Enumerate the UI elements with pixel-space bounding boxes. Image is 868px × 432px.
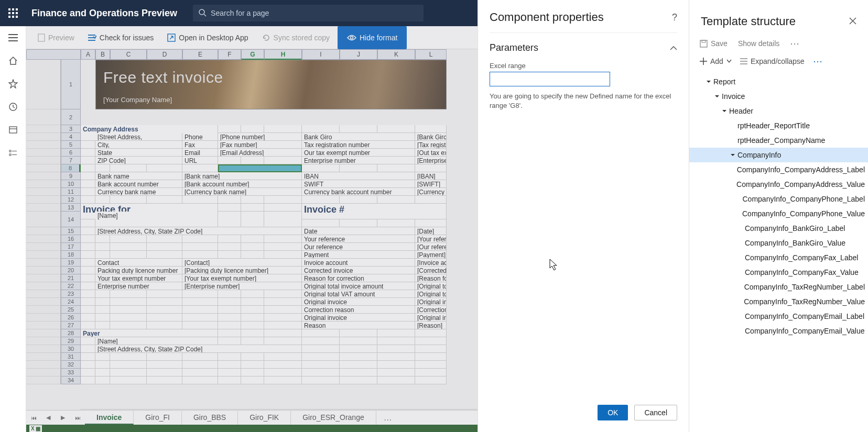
cell[interactable] [81, 251, 95, 259]
row-header[interactable]: 6 [61, 149, 81, 157]
cell[interactable] [182, 243, 218, 251]
cell[interactable] [110, 353, 147, 361]
cell[interactable]: Email [182, 149, 218, 157]
row-header[interactable]: 13 [61, 204, 81, 212]
cell[interactable]: Reason [302, 322, 415, 329]
cell[interactable] [415, 353, 447, 361]
cell[interactable]: [Your reference] [415, 235, 447, 243]
cell[interactable] [241, 196, 264, 204]
cell[interactable] [110, 235, 147, 243]
tab-nav-first[interactable]: ⏮ [26, 415, 41, 421]
cell[interactable] [81, 149, 95, 157]
cell[interactable]: [Currency bank name] [182, 188, 302, 196]
tree-node[interactable]: CompanyInfo_CompanyAddress_Label [689, 162, 868, 177]
app-launcher-button[interactable] [0, 0, 26, 26]
column-header[interactable]: A [81, 49, 95, 60]
cell[interactable] [81, 345, 95, 353]
cell[interactable] [182, 298, 218, 306]
tab-nav-prev[interactable]: ◀ [41, 414, 56, 421]
tree-more-1[interactable]: ⋯ [790, 38, 800, 49]
cell[interactable] [264, 361, 302, 369]
cell[interactable] [81, 306, 95, 314]
cell[interactable] [340, 376, 377, 384]
cell[interactable] [147, 322, 182, 329]
cell[interactable] [415, 164, 447, 172]
cell[interactable] [241, 306, 264, 314]
cell[interactable]: IBAN [302, 172, 415, 180]
cell[interactable] [81, 314, 95, 322]
cell[interactable] [241, 125, 264, 133]
row-header[interactable]: 10 [61, 180, 81, 188]
cell[interactable]: Invoice account [302, 259, 415, 267]
cell[interactable] [264, 204, 302, 212]
cell[interactable] [110, 251, 147, 259]
caret-icon[interactable] [728, 152, 737, 158]
row-header[interactable]: 15 [61, 227, 81, 235]
tree-node[interactable]: CompanyInfo_CompanyAddress_Value [689, 177, 868, 192]
cell[interactable] [340, 329, 377, 337]
cell[interactable] [218, 353, 241, 361]
cell[interactable]: Your reference [302, 235, 415, 243]
row-header[interactable]: 25 [61, 306, 81, 314]
cell[interactable]: Enterprise number [302, 157, 415, 164]
cell[interactable]: [Contact] [182, 259, 302, 267]
cell[interactable] [264, 243, 302, 251]
tree-node[interactable]: CompanyInfo_BankGiro_Label [689, 221, 868, 236]
cell[interactable] [81, 282, 95, 290]
search-field[interactable]: Search for a page [193, 5, 424, 21]
cell[interactable] [95, 322, 110, 329]
cell[interactable] [241, 298, 264, 306]
cell[interactable]: Original invoice [302, 314, 415, 322]
cell[interactable] [95, 196, 110, 204]
row-header[interactable]: 20 [61, 267, 81, 274]
add-button[interactable]: Add [700, 57, 732, 65]
cell[interactable] [147, 235, 182, 243]
tree-node[interactable]: CompanyInfo_TaxRegNumber_Value [689, 294, 868, 309]
cell[interactable] [377, 361, 415, 369]
workspaces-icon[interactable] [0, 118, 26, 141]
cell[interactable]: Our tax exempt number [302, 149, 415, 157]
row-header[interactable]: 19 [61, 259, 81, 267]
cell[interactable] [218, 125, 241, 133]
cell[interactable] [182, 235, 218, 243]
show-details-button[interactable]: Show details [738, 39, 779, 48]
cell[interactable]: [Our reference] [415, 243, 447, 251]
cell[interactable]: [Out tax exempt number] [415, 149, 447, 157]
column-header[interactable]: F [218, 49, 241, 60]
tree-node[interactable]: rptHeader_CompanyName [689, 133, 868, 148]
cell[interactable] [95, 243, 110, 251]
cell[interactable] [81, 267, 95, 274]
cell[interactable] [340, 125, 377, 133]
cell[interactable] [81, 235, 95, 243]
cell[interactable]: Packing duty licence number [95, 267, 182, 274]
cell[interactable]: ZIP Code] [95, 157, 182, 164]
cell[interactable] [182, 196, 218, 204]
cell[interactable]: Tax registration number [302, 141, 415, 149]
caret-icon[interactable] [712, 94, 722, 99]
cell[interactable] [241, 353, 264, 361]
cell[interactable] [218, 243, 241, 251]
preview-button[interactable]: Preview [32, 30, 80, 45]
cell[interactable] [241, 157, 264, 164]
cell[interactable] [110, 314, 147, 322]
cell[interactable] [81, 376, 95, 384]
column-header[interactable]: B [95, 49, 110, 60]
cell[interactable] [218, 298, 241, 306]
row-header[interactable]: 29 [61, 337, 81, 345]
caret-icon[interactable] [704, 79, 713, 84]
cell[interactable] [218, 235, 241, 243]
cell[interactable] [95, 290, 110, 298]
cell[interactable] [340, 345, 377, 353]
cell[interactable]: Reason for correction [302, 274, 415, 282]
cell[interactable]: Bank name [95, 172, 182, 180]
tree-more-2[interactable]: ⋯ [813, 56, 823, 67]
cell[interactable] [264, 125, 302, 133]
tree-node[interactable]: CompanyInfo_CompanyFax_Label [689, 250, 868, 265]
cell[interactable] [302, 125, 340, 133]
cell[interactable]: [Bank account number] [182, 180, 302, 188]
cell[interactable] [110, 322, 147, 329]
cell[interactable] [147, 306, 182, 314]
cell[interactable] [264, 251, 302, 259]
cell[interactable] [110, 306, 147, 314]
cell[interactable] [302, 345, 340, 353]
